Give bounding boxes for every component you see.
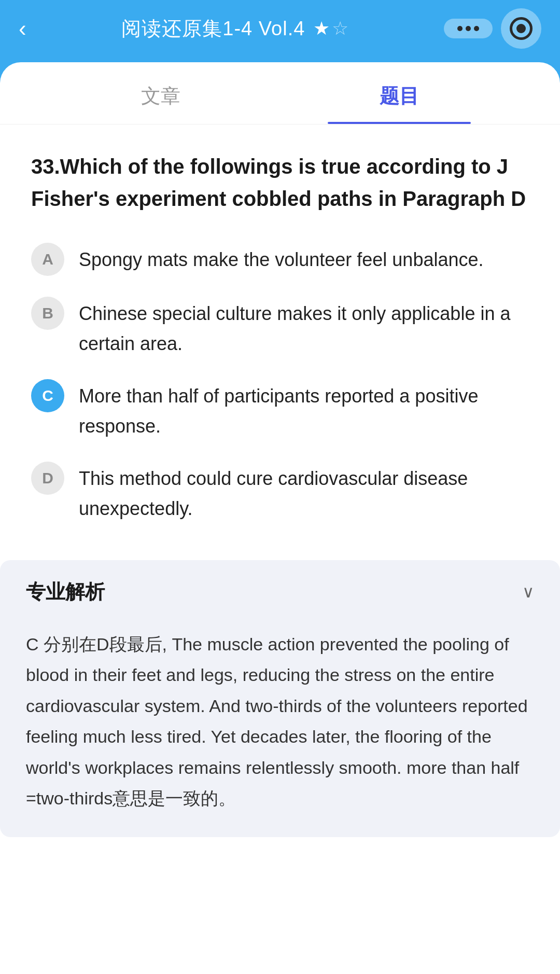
analysis-title: 专业解析 [26,579,105,605]
option-d-badge: D [31,462,64,495]
dot-icon [474,26,479,31]
option-b-badge: B [31,297,64,330]
option-a[interactable]: A Spongy mats make the volunteer feel un… [31,241,529,276]
analysis-body: C 分别在D段最后, The muscle action prevented t… [0,624,560,837]
back-button[interactable]: ‹ [19,17,26,40]
dot-icon [457,26,463,31]
analysis-text: C 分别在D段最后, The muscle action prevented t… [26,629,534,814]
main-card: 文章 题目 33.Which of the followings is true… [0,62,560,974]
question-area: 33.Which of the followings is true accor… [0,124,560,545]
tab-article[interactable]: 文章 [41,62,280,124]
option-d[interactable]: D This method could cure cardiovascular … [31,460,529,523]
options-list: A Spongy mats make the volunteer feel un… [31,241,529,524]
option-d-text: This method could cure cardiovascular di… [79,460,529,523]
star-rating[interactable]: ★ ☆ [313,18,348,39]
question-title: 33.Which of the followings is true accor… [31,150,529,215]
header-actions [444,8,541,49]
header: ‹ 阅读还原集1-4 Vol.4 ★ ☆ [0,0,560,57]
tab-questions[interactable]: 题目 [280,62,519,124]
option-b[interactable]: B Chinese special culture makes it only … [31,295,529,358]
analysis-header[interactable]: 专业解析 ∨ [0,560,560,624]
chevron-down-icon: ∨ [522,582,534,602]
option-c-badge: C [31,379,64,412]
option-b-text: Chinese special culture makes it only ap… [79,295,529,358]
option-a-badge: A [31,243,64,276]
more-options-button[interactable] [444,19,493,38]
record-inner-icon [516,24,526,33]
record-icon [510,17,533,40]
option-c[interactable]: C More than half of participants reporte… [31,377,529,441]
tab-bar: 文章 题目 [0,62,560,124]
option-a-text: Spongy mats make the volunteer feel unba… [79,241,484,275]
header-title: 阅读还原集1-4 Vol.4 [121,16,305,42]
star-empty-icon: ☆ [332,18,348,39]
analysis-section: 专业解析 ∨ C 分别在D段最后, The muscle action prev… [0,560,560,837]
dot-icon [466,26,471,31]
record-button[interactable] [501,8,541,49]
option-c-text: More than half of participants reported … [79,377,529,441]
header-center: 阅读还原集1-4 Vol.4 ★ ☆ [121,16,348,42]
star-filled-icon: ★ [313,18,330,39]
